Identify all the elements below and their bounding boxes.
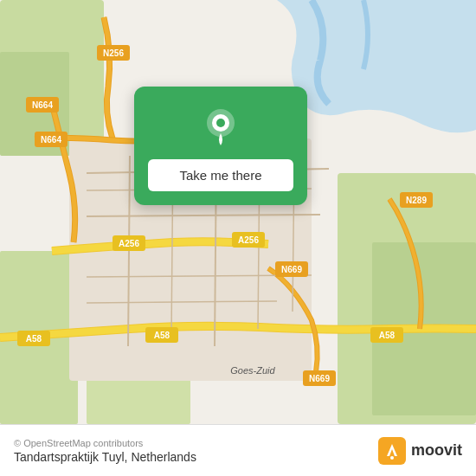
footer: © OpenStreetMap contributors Tandartspra… [0, 424, 476, 476]
svg-text:A58: A58 [379, 331, 396, 340]
svg-point-45 [390, 456, 394, 460]
map-svg: N256 N664 N664 A256 A256 A58 A58 A58 N66… [0, 0, 476, 424]
svg-text:A58: A58 [154, 331, 170, 340]
moovit-logo: moovit [378, 437, 462, 465]
svg-rect-44 [378, 437, 406, 465]
svg-text:A58: A58 [26, 334, 42, 344]
svg-text:N256: N256 [103, 48, 124, 58]
svg-text:N289: N289 [406, 196, 427, 205]
svg-text:A256: A256 [119, 239, 139, 248]
svg-text:Goes-Zuid: Goes-Zuid [230, 365, 275, 376]
svg-point-43 [216, 119, 225, 127]
copyright-text: © OpenStreetMap contributors [14, 438, 196, 448]
moovit-brand-icon [378, 437, 406, 465]
take-me-there-button[interactable]: Take me there [148, 159, 293, 191]
svg-text:N664: N664 [41, 135, 61, 145]
pin-icon [198, 104, 243, 149]
svg-text:N669: N669 [281, 265, 302, 274]
svg-text:N664: N664 [32, 100, 53, 110]
map-container: N256 N664 N664 A256 A256 A58 A58 A58 N66… [0, 0, 476, 424]
footer-info: © OpenStreetMap contributors Tandartspra… [14, 438, 196, 464]
moovit-text: moovit [411, 441, 462, 460]
location-card: Take me there [134, 87, 307, 205]
location-title: Tandartspraktijk Tuyl, Netherlands [14, 450, 196, 464]
svg-text:N669: N669 [309, 374, 330, 383]
svg-text:A256: A256 [238, 235, 259, 245]
